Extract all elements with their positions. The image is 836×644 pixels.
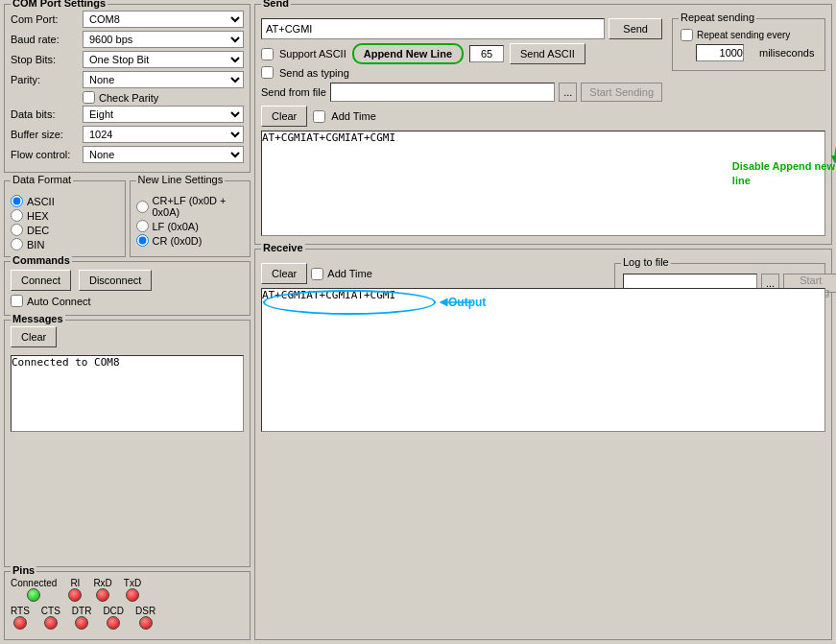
repeat-sending-title: Repeat sending	[679, 12, 756, 23]
auto-connect-checkbox[interactable]	[11, 295, 23, 307]
messages-group: Messages Clear	[4, 320, 251, 567]
rts-led	[13, 616, 27, 630]
lf-label: LF (0x0A)	[153, 221, 199, 232]
messages-clear-button[interactable]: Clear	[11, 326, 57, 347]
receive-add-time-checkbox[interactable]	[311, 268, 323, 280]
receive-title: Receive	[261, 242, 305, 253]
check-parity-label: Check Parity	[99, 92, 158, 104]
dcd-label: DCD	[103, 606, 124, 616]
cts-label: CTS	[41, 606, 60, 616]
txd-pin: TxD	[124, 578, 141, 602]
start-sending-button[interactable]: Start Sending	[581, 83, 662, 102]
output-annotation: Output	[448, 296, 486, 309]
rxd-led	[96, 588, 109, 602]
send-as-typing-checkbox[interactable]	[261, 66, 274, 79]
dsr-label: DSR	[135, 606, 155, 616]
auto-connect-label: Auto Connect	[27, 296, 91, 307]
ri-label: RI	[70, 578, 80, 588]
send-input[interactable]	[261, 18, 605, 39]
repeat-sending-label: Repeat sending every	[697, 30, 790, 40]
new-line-settings-group: New Line Settings CR+LF (0x0D + 0x0A) LF…	[130, 180, 251, 257]
send-as-typing-label: Send as typing	[279, 67, 349, 79]
send-ascii-button[interactable]: Send ASCII	[510, 43, 585, 64]
com-port-label: Com Port:	[11, 13, 83, 25]
send-add-time-label: Add Time	[331, 110, 375, 122]
txd-led	[126, 588, 139, 602]
dcd-pin: DCD	[103, 606, 124, 630]
bin-radio[interactable]	[11, 238, 23, 250]
receive-group: Receive Log to file ... Start Logging Ap…	[254, 249, 832, 640]
support-ascii-label: Support ASCII	[279, 48, 346, 60]
receive-clear-button[interactable]: Clear	[261, 263, 307, 284]
bin-label: BIN	[27, 239, 44, 250]
parity-select[interactable]: None	[83, 71, 244, 88]
messages-textarea[interactable]	[11, 355, 244, 432]
flow-control-select[interactable]: None	[83, 146, 244, 163]
support-ascii-checkbox[interactable]	[261, 48, 274, 60]
baud-rate-label: Baud rate:	[11, 34, 83, 45]
cts-led	[44, 616, 58, 630]
repeat-ms-input[interactable]	[696, 44, 744, 61]
rxd-pin: RxD	[93, 578, 111, 602]
send-file-browse-button[interactable]: ...	[559, 83, 577, 102]
ascii-label: ASCII	[27, 196, 55, 207]
com-port-settings: COM Port Settings Com Port: COM8 Baud ra…	[4, 4, 251, 173]
ri-led	[68, 588, 82, 602]
pins-title: Pins	[11, 564, 36, 576]
append-new-line-button[interactable]: Append New Line	[352, 43, 464, 64]
connected-led	[27, 588, 40, 602]
stop-bits-select[interactable]: One Stop Bit	[83, 51, 244, 68]
data-bits-label: Data bits:	[11, 108, 83, 120]
commands-title: Commands	[11, 254, 72, 266]
commands-group: Commands Connect Disconnect Auto Connect	[4, 261, 251, 316]
baud-rate-select[interactable]: 9600 bps	[83, 31, 244, 48]
data-format-title: Data Format	[11, 174, 73, 185]
dcd-led	[107, 616, 120, 630]
rxd-label: RxD	[93, 578, 111, 588]
rts-label: RTS	[11, 606, 30, 616]
cr-radio[interactable]	[136, 234, 149, 247]
data-format-group: Data Format ASCII HEX DEC	[4, 180, 126, 257]
cr-label: CR (0x0D)	[153, 235, 203, 247]
new-line-title: New Line Settings	[136, 174, 226, 185]
rts-pin: RTS	[11, 606, 30, 630]
buffer-size-select[interactable]: 1024	[83, 126, 244, 143]
buffer-size-label: Buffer size:	[11, 129, 83, 140]
send-button[interactable]: Send	[609, 18, 662, 39]
send-textarea[interactable]: AT+CGMIAT+CGMIAT+CGMI	[261, 131, 825, 236]
txd-label: TxD	[124, 578, 141, 588]
connected-label: Connected	[11, 578, 57, 588]
send-group: Send Repeat sending Repeat sending every…	[254, 4, 832, 245]
log-to-file-title: Log to file	[621, 256, 671, 268]
cts-pin: CTS	[41, 606, 60, 630]
data-bits-select[interactable]: Eight	[83, 106, 244, 123]
com-port-select[interactable]: COM8	[83, 11, 244, 28]
ri-pin: RI	[68, 578, 82, 602]
hex-radio[interactable]	[11, 209, 23, 222]
ms-label: miliseconds	[759, 47, 814, 59]
hex-label: HEX	[27, 210, 49, 222]
dtr-led	[75, 616, 88, 630]
ascii-radio[interactable]	[11, 195, 23, 207]
ascii-value-input[interactable]	[469, 45, 504, 62]
crlf-radio[interactable]	[136, 201, 149, 213]
messages-title: Messages	[11, 313, 65, 324]
send-file-input[interactable]	[330, 83, 555, 102]
send-clear-button[interactable]: Clear	[261, 106, 307, 127]
connect-button[interactable]: Connect	[11, 270, 71, 291]
dsr-pin: DSR	[135, 606, 155, 630]
lf-radio[interactable]	[136, 220, 149, 232]
send-add-time-checkbox[interactable]	[313, 110, 325, 123]
send-from-file-label: Send from file	[261, 86, 326, 98]
dec-label: DEC	[27, 225, 49, 236]
disconnect-button[interactable]: Disconnect	[79, 270, 152, 291]
repeat-sending-box: Repeat sending Repeat sending every mili…	[672, 18, 825, 71]
parity-label: Parity:	[11, 74, 83, 85]
stop-bits-label: Stop Bits:	[11, 54, 83, 65]
dec-radio[interactable]	[11, 224, 23, 236]
com-port-settings-title: COM Port Settings	[11, 0, 107, 9]
repeat-sending-checkbox[interactable]	[681, 29, 693, 41]
receive-textarea[interactable]: AT+CGMIAT+CGMIAT+CGMI	[261, 288, 825, 432]
connected-pin: Connected	[11, 578, 57, 602]
check-parity-checkbox[interactable]	[83, 91, 95, 104]
